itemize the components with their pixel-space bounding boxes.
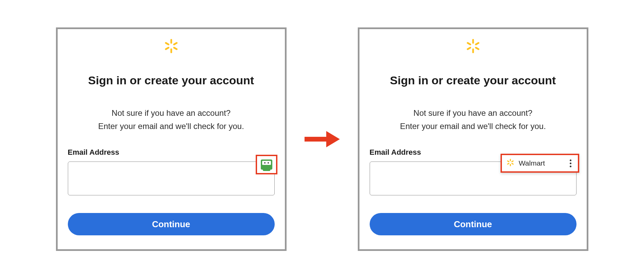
- email-input-wrapper: [68, 162, 275, 195]
- walmart-spark-icon: [506, 158, 515, 168]
- roboform-autofill-icon[interactable]: [256, 155, 277, 174]
- svg-rect-1: [170, 48, 172, 53]
- subtitle-line2: Enter your email and we'll check for you…: [98, 122, 244, 131]
- page-subtitle: Not sure if you have an account? Enter y…: [68, 107, 275, 133]
- subtitle-line1: Not sure if you have an account?: [413, 108, 532, 117]
- page-title: Sign in or create your account: [370, 73, 577, 88]
- svg-rect-15: [510, 164, 511, 166]
- svg-rect-14: [510, 159, 511, 161]
- svg-rect-18: [507, 160, 509, 162]
- continue-button[interactable]: Continue: [68, 213, 275, 235]
- page-subtitle: Not sure if you have an account? Enter y…: [370, 107, 577, 133]
- roboform-robot-icon: [261, 159, 272, 170]
- logo-wrapper: [68, 38, 275, 56]
- kebab-menu-icon[interactable]: [567, 158, 574, 168]
- suggestion-label: Walmart: [519, 159, 567, 167]
- svg-rect-4: [164, 42, 170, 45]
- svg-rect-13: [474, 46, 480, 50]
- autofill-suggestion[interactable]: Walmart: [501, 154, 579, 173]
- svg-rect-16: [511, 160, 514, 162]
- comparison-container: Sign in or create your account Not sure …: [0, 0, 644, 278]
- signin-panel-before: Sign in or create your account Not sure …: [56, 27, 287, 251]
- svg-rect-6: [305, 137, 328, 142]
- transition-arrow: [300, 130, 344, 149]
- subtitle-line1: Not sure if you have an account?: [112, 108, 231, 117]
- svg-rect-9: [472, 48, 474, 53]
- arrow-right-icon: [302, 130, 343, 149]
- email-input-wrapper: Walmart: [370, 162, 577, 195]
- subtitle-line2: Enter your email and we'll check for you…: [400, 122, 546, 131]
- svg-rect-3: [164, 46, 170, 50]
- svg-rect-8: [472, 39, 474, 44]
- svg-rect-11: [466, 46, 471, 50]
- svg-rect-17: [507, 163, 509, 165]
- walmart-spark-icon: [465, 38, 482, 56]
- svg-rect-10: [474, 42, 480, 45]
- signin-panel-after: Sign in or create your account Not sure …: [358, 27, 588, 251]
- email-label: Email Address: [68, 148, 275, 157]
- continue-button[interactable]: Continue: [370, 213, 577, 235]
- svg-marker-7: [326, 131, 340, 147]
- email-field[interactable]: [68, 162, 275, 195]
- logo-wrapper: [370, 38, 577, 56]
- svg-rect-12: [466, 42, 471, 45]
- svg-rect-2: [173, 42, 178, 45]
- page-title: Sign in or create your account: [68, 73, 275, 88]
- svg-rect-0: [170, 39, 172, 44]
- svg-rect-19: [511, 163, 514, 165]
- walmart-spark-icon: [163, 38, 180, 56]
- svg-rect-5: [173, 46, 178, 50]
